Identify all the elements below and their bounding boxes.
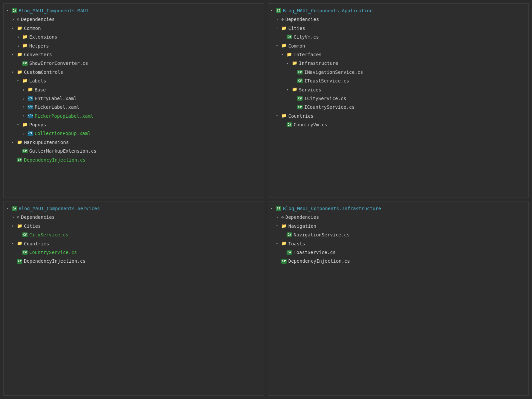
infra-label: Infrastructure	[299, 60, 338, 67]
icityservice-file[interactable]: C# ICityService.cs	[268, 94, 528, 103]
chevron-markupext	[12, 140, 17, 145]
right-bottom-panel: C# Blog_MAUI_Components.Infrastructure ⚙…	[268, 201, 529, 396]
maui-popups-folder[interactable]: 📁 Popups	[4, 120, 264, 129]
project-application[interactable]: C# Blog_MAUI_Components.Application	[268, 6, 528, 15]
chevron-entrylabel	[22, 95, 28, 102]
chevron-collectionpopup	[22, 130, 28, 137]
navservice-file[interactable]: C# NavigationService.cs	[268, 230, 528, 239]
maui-common-folder[interactable]: 📁 Common	[4, 24, 264, 33]
app-common-folder[interactable]: 📁 Common	[268, 42, 528, 50]
maui-labels-folder[interactable]: 📁 Labels	[4, 76, 264, 85]
maui-base-folder[interactable]: 📁 Base	[4, 85, 264, 94]
picker-popup-label-xaml[interactable]: </> PickerPopupLabel.xaml	[4, 112, 264, 120]
folder-extensions: 📁	[22, 34, 28, 41]
chevron-pickerpopup	[22, 112, 28, 120]
cs-badge-itoast: C#	[297, 78, 303, 83]
maui-converters-folder[interactable]: 📁 Converters	[4, 50, 264, 59]
chevron-maui	[6, 8, 12, 13]
maui-helpers-folder[interactable]: 📁 Helpers	[4, 42, 264, 50]
project-services-label: Blog_MAUI_Components.Services	[19, 205, 100, 212]
inavservice-file[interactable]: C# INavigationService.cs	[268, 68, 528, 76]
app-cities-label: Cities	[288, 25, 305, 32]
app-deps[interactable]: ⚙ Dependencies	[268, 15, 528, 24]
infra-deps[interactable]: ⚙ Dependencies	[268, 213, 528, 221]
base-label: Base	[35, 86, 46, 93]
project-infra-label: Blog_MAUI_Components.Infrastructure	[283, 205, 381, 212]
maui-customcontrols-folder[interactable]: 📁 CustomControls	[4, 68, 264, 76]
xaml-badge-entry: </>	[28, 96, 33, 101]
project-maui[interactable]: C# Blog_MAUI_Components.MAUI	[4, 6, 264, 15]
infra-di-file[interactable]: C# DependencyInjection.cs	[268, 257, 528, 265]
entry-label-xaml[interactable]: </> EntryLabel.xaml	[4, 94, 264, 103]
extensions-label: Extensions	[29, 33, 57, 41]
cs-badge-sec: C#	[22, 61, 28, 66]
collection-popup-text: CollectionPopup.xaml	[35, 130, 91, 137]
folder-common: 📁	[17, 25, 22, 32]
gutter-markup-ext[interactable]: C# GutterMarkupExtension.cs	[4, 147, 264, 155]
chevron-customcontrols	[12, 69, 17, 75]
converters-label: Converters	[24, 51, 52, 58]
maui-deps[interactable]: ⚙ Dependencies	[4, 15, 264, 24]
countryvm-file[interactable]: C# CountryVm.cs	[268, 120, 528, 129]
picker-popup-label-text: PickerPopupLabel.xaml	[35, 112, 93, 120]
infra-navigation-folder[interactable]: 📁 Navigation	[268, 222, 528, 230]
folder-popups: 📁	[22, 121, 28, 128]
chevron-app-countries	[276, 113, 281, 119]
chevron-common	[12, 26, 17, 31]
show-error-label: ShowErrorConverter.cs	[29, 60, 88, 67]
toastservice-file[interactable]: C# ToastService.cs	[268, 248, 528, 257]
services-cities-folder[interactable]: 📁 Cities	[4, 222, 264, 230]
chevron-app-proj	[271, 8, 276, 13]
app-infrastructure-folder[interactable]: 📁 Infrastructure	[268, 59, 528, 67]
country-service-file[interactable]: C# CountryService.cs	[4, 248, 264, 257]
left-top-panel: C# Blog_MAUI_Components.MAUI ⚙ Dependenc…	[3, 3, 264, 198]
folder-app-cities: 📁	[281, 25, 287, 32]
chevron-services-proj	[6, 206, 12, 211]
interfaces-label: Interfaces	[294, 51, 322, 58]
services-di-file[interactable]: C# DependencyInjection.cs	[4, 257, 264, 265]
toastservice-label: ToastService.cs	[294, 249, 335, 256]
app-interfaces-folder[interactable]: 📁 Interfaces	[268, 50, 528, 59]
app-services-folder[interactable]: 📁 Services	[268, 85, 528, 94]
app-cities-folder[interactable]: 📁 Cities	[268, 24, 528, 33]
project-services[interactable]: C# Blog_MAUI_Components.Services	[4, 204, 264, 213]
deps-label: Dependencies	[21, 16, 55, 23]
services-countries-folder[interactable]: 📁 Countries	[4, 239, 264, 248]
services-di-label: DependencyInjection.cs	[24, 257, 85, 265]
show-error-converter[interactable]: C# ShowErrorConverter.cs	[4, 59, 264, 67]
project-infrastructure[interactable]: C# Blog_MAUI_Components.Infrastructure	[268, 204, 528, 213]
chevron-services-cities	[12, 223, 17, 229]
picker-label-xaml[interactable]: </> PickerLabel.xaml	[4, 103, 264, 111]
icountryservice-file[interactable]: C# ICountryService.cs	[268, 103, 528, 111]
collection-popup-xaml[interactable]: </> CollectionPopup.xaml	[4, 129, 264, 138]
infra-toasts-folder[interactable]: 📁 Toasts	[268, 239, 528, 248]
maui-markupext-folder[interactable]: 📁 MarkupExtensions	[4, 138, 264, 147]
services-deps[interactable]: ⚙ Dependencies	[4, 213, 264, 221]
xaml-badge-collectionpopup: </>	[28, 131, 33, 136]
common-label: Common	[24, 25, 41, 32]
cs-badge-gutter: C#	[22, 149, 28, 153]
chevron-app-cities	[276, 26, 281, 31]
chevron-interfaces	[281, 52, 287, 57]
folder-base: 📁	[28, 86, 33, 93]
cs-badge-country: C#	[22, 250, 28, 255]
folder-services-cities: 📁	[17, 223, 22, 230]
maui-extensions-folder[interactable]: 📁 Extensions	[4, 33, 264, 41]
maui-di-file[interactable]: C# DependencyInjection.cs	[4, 156, 264, 164]
project-maui-label: Blog_MAUI_Components.MAUI	[19, 7, 89, 14]
cs-badge-icountryservice: C#	[297, 105, 303, 109]
labels-folder-label: Labels	[29, 77, 46, 84]
icountryservice-label: ICountryService.cs	[304, 103, 355, 111]
itoastservice-file[interactable]: C# IToastService.cs	[268, 76, 528, 85]
cs-badge-infra-proj: C#	[276, 206, 281, 211]
deps-icon-app: ⚙	[281, 16, 284, 23]
app-countries-folder[interactable]: 📁 Countries	[268, 112, 528, 120]
city-service-file[interactable]: C# CityService.cs	[4, 230, 264, 239]
cityvm-file[interactable]: C# CityVm.cs	[268, 33, 528, 41]
chevron-base	[22, 86, 28, 93]
folder-customcontrols: 📁	[17, 69, 22, 76]
deps-icon-infra: ⚙	[281, 214, 284, 220]
cs-badge-app: C#	[276, 8, 281, 13]
app-countries-label: Countries	[288, 112, 314, 120]
cs-badge-countryvm: C#	[287, 122, 292, 127]
